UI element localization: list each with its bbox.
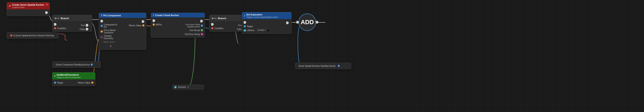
is-running-pin: [10, 34, 12, 37]
pc-component-in: Component to Pin: [99, 23, 122, 29]
get-world-transform-icon: f: [54, 75, 55, 77]
pc-exec-out: [122, 20, 146, 24]
se-exec-out: [284, 21, 290, 25]
custom-event-header: ↩ Create Azure Spatial Anchor Custom Eve…: [7, 3, 50, 9]
add-exec-out: [316, 21, 318, 24]
pin-component-icon: f: [101, 14, 102, 17]
gwt-return-out: Return Value: [74, 81, 95, 85]
set-expiration-subtitle: Target is Azure Cloud Spatial Anchor: [246, 16, 278, 18]
add-node[interactable]: ADD: [298, 14, 316, 31]
se-exec-in: [242, 21, 284, 24]
set-expiration-header: f Set Expiration Target is Azure Cloud S…: [242, 12, 292, 19]
branch1-true-out: True: [78, 23, 90, 27]
se-lifetime-value[interactable]: [256, 29, 270, 32]
scene-component-label: Scene Component Needing Anchor: [56, 63, 90, 66]
create-cloud-anchor-title: Create Cloud Anchor: [155, 14, 179, 17]
scene-component-pin: [91, 63, 93, 66]
branch2-icon: ⟵: [212, 16, 216, 20]
success-node[interactable]: Success: [172, 85, 204, 89]
create-cloud-anchor-icon: f: [153, 14, 154, 17]
gwt-target-in: Target: [52, 81, 74, 85]
success-label: Success: [178, 86, 186, 88]
get-world-transform-node: f GetWorldTransform Target is Scene Comp…: [52, 72, 96, 86]
pin-component-node: f Pin Component Component to Pin Pin to …: [99, 13, 146, 50]
branch1-false-out: False: [78, 27, 90, 31]
is-running-node: Is Azure Spatial Anchors Session Running: [6, 32, 58, 39]
add-exec-in: [296, 21, 299, 24]
azure-needing-saved-pin: [338, 65, 340, 67]
se-target-in: Target: [242, 24, 284, 28]
is-running-label: Is Azure Spatial Anchors Session Running: [13, 34, 54, 37]
se-lifetime-in: Lifetime: [242, 28, 284, 32]
scene-component-node: Scene Component Needing Anchor: [52, 61, 101, 68]
azure-needing-saved-node: Azure Spatial Anchors Needing Saved: [295, 63, 351, 69]
branch2-title: Branch: [218, 17, 226, 20]
cca-exec-in: [151, 19, 178, 23]
branch1-header: ⟵ Branch: [52, 15, 92, 21]
pc-world-transform-in: Pin to World Transform: [99, 29, 122, 34]
branch1-title: Branch: [61, 17, 69, 20]
pc-exec-in: [99, 19, 122, 23]
get-world-transform-title: GetWorldTransform: [56, 73, 81, 76]
pin-component-title: Pin Component: [103, 14, 121, 17]
set-expiration-icon: f: [244, 15, 245, 17]
azure-needing-saved-row: Azure Spatial Anchors Needing Saved: [297, 64, 349, 68]
pc-tracked-geometry-in: Tracked Geometry: [99, 34, 122, 40]
cca-exec-out: [178, 19, 205, 23]
azure-needing-saved-label: Azure Spatial Anchors Needing Saved: [298, 65, 336, 67]
get-world-transform-subtitle: Target is Scene Component: [56, 76, 81, 78]
success-dropdown-arrow[interactable]: [187, 86, 189, 88]
is-running-row: Is Azure Spatial Anchors Session Running: [8, 34, 56, 37]
custom-event-icon: ↩: [9, 5, 11, 8]
add-label: ADD: [301, 19, 314, 26]
create-cloud-anchor-header: f Create Cloud Anchor: [151, 13, 205, 17]
cca-out-azure: Out Azure Cloud Spatial Anchor: [178, 23, 205, 28]
custom-event-exec-out: [7, 11, 50, 15]
branch1-icon: ⟵: [54, 16, 60, 20]
cca-out-result: Out Result: [178, 28, 205, 32]
set-expiration-node: f Set Expiration Target is Azure Cloud S…: [242, 12, 292, 34]
set-expiration-title: Set Expiration: [246, 13, 278, 16]
scene-component-row: Scene Component Needing Anchor: [54, 63, 99, 67]
branch1-node: ⟵ Branch Condition True False: [52, 15, 92, 32]
pin-component-header: f Pin Component: [99, 13, 146, 18]
custom-event-title: Create Azure Spatial Anchor: [12, 4, 44, 6]
custom-event-node: ↩ Create Azure Spatial Anchor Custom Eve…: [6, 2, 50, 16]
pc-select-asset: Select Asset →: [99, 40, 122, 44]
get-world-transform-header: f GetWorldTransform Target is Scene Comp…: [52, 72, 95, 79]
create-cloud-anchor-node: f Create Cloud Anchor ARPin Out Azure Cl…: [151, 13, 205, 38]
cca-out-error: Out Error String: [178, 32, 205, 36]
pc-return-out: Return Value: [122, 24, 146, 27]
custom-event-subtitle: Custom Event: [12, 6, 44, 9]
cca-arpin-in: ARPin: [151, 23, 178, 27]
